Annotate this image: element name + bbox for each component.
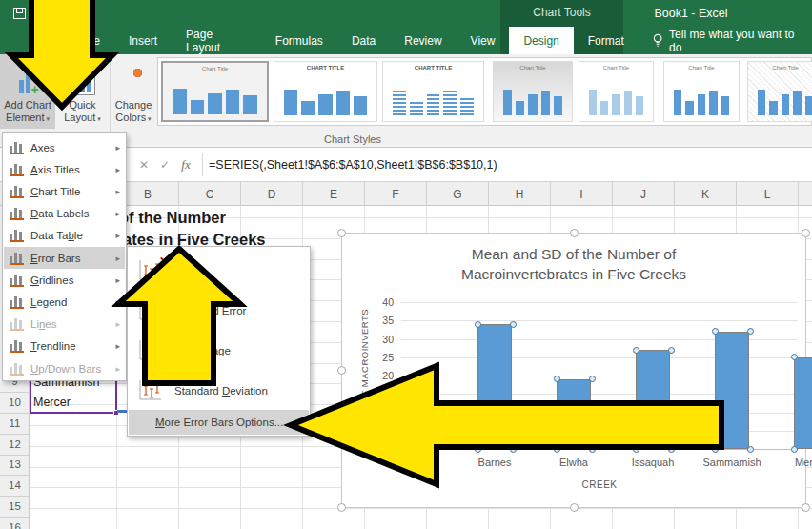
- tab-page-layout[interactable]: Page Layout: [172, 27, 261, 54]
- row-header-11[interactable]: 11: [0, 414, 30, 435]
- series-selection-handle[interactable]: [475, 321, 481, 328]
- column-header-d[interactable]: D: [241, 182, 303, 206]
- chart-resize-handle[interactable]: [337, 366, 346, 375]
- chart-title[interactable]: Mean and SD of the Number of Macroinvert…: [342, 245, 805, 285]
- chart-resize-handle[interactable]: [802, 503, 810, 512]
- row-header-13[interactable]: 13: [0, 455, 30, 476]
- tab-format[interactable]: Format: [574, 27, 639, 54]
- column-header-f[interactable]: F: [365, 182, 427, 206]
- chart-style-thumbnail-5[interactable]: Chart Title: [579, 61, 654, 122]
- series-selection-handle[interactable]: [475, 446, 481, 453]
- menu-item-trendline[interactable]: Trendline: [4, 336, 125, 357]
- chart-style-thumbnail-4[interactable]: Chart Title: [493, 61, 573, 122]
- chart-resize-handle[interactable]: [337, 503, 346, 512]
- y-axis-tick: 40: [369, 296, 394, 308]
- tab-review[interactable]: Review: [390, 27, 456, 54]
- more-error-bars-options[interactable]: More Error Bars Options...: [129, 410, 309, 435]
- color-dot: [133, 69, 142, 77]
- menu-item-chart-title[interactable]: Chart Title: [4, 180, 125, 202]
- cancel-icon[interactable]: ✕: [133, 158, 154, 172]
- tab-view[interactable]: View: [457, 27, 510, 54]
- quick-layout-button[interactable]: Quick Layout: [56, 54, 109, 129]
- menu-item-gridlines[interactable]: Gridlines: [4, 269, 125, 291]
- add-chart-element-button[interactable]: + Add Chart Element: [0, 54, 55, 129]
- change-colors-button[interactable]: Change Colors: [112, 54, 155, 129]
- series-selection-handle[interactable]: [510, 321, 517, 328]
- tab-data[interactable]: Data: [337, 27, 390, 54]
- row-header-16[interactable]: 16: [0, 518, 30, 529]
- series-selection-handle[interactable]: [668, 347, 675, 354]
- menu-item-data-table[interactable]: Data Table: [4, 225, 125, 247]
- series-selection-handle[interactable]: [554, 376, 560, 382]
- bar-issaquah[interactable]: [636, 350, 670, 449]
- undo-button[interactable]: ↶▾: [35, 5, 50, 22]
- menu-item-data-labels[interactable]: Data Labels: [4, 203, 125, 225]
- submenu-item-none[interactable]: ✕ None: [129, 251, 309, 291]
- tab-formulas[interactable]: Formulas: [261, 27, 337, 54]
- row-header-12[interactable]: 12: [0, 435, 30, 456]
- save-icon[interactable]: [13, 8, 26, 19]
- series-selection-handle[interactable]: [633, 446, 639, 453]
- column-header-k[interactable]: K: [675, 182, 737, 206]
- column-header-i[interactable]: I: [551, 182, 613, 206]
- insert-function-icon[interactable]: fx: [175, 157, 196, 173]
- redo-button[interactable]: ↻: [59, 8, 70, 20]
- data-labels-icon: [10, 207, 24, 220]
- series-selection-handle[interactable]: [589, 446, 596, 453]
- tab-home[interactable]: Home: [55, 27, 114, 54]
- plot-area[interactable]: [401, 302, 798, 449]
- bar-mercer[interactable]: [794, 357, 812, 449]
- chart-style-thumbnail-7[interactable]: Chart Title: [747, 61, 812, 122]
- menu-item-axis-titles[interactable]: Axis Titles: [4, 158, 125, 180]
- row-header-10[interactable]: 10: [0, 393, 30, 414]
- tell-me-box[interactable]: Tell me what you want to do: [642, 27, 812, 54]
- formula-input[interactable]: =SERIES(,Sheet1!$A$6:$A$10,Sheet1!$B$6:$…: [209, 158, 497, 172]
- x-axis-label-elwha: Elwha: [531, 457, 617, 468]
- column-header-h[interactable]: H: [489, 182, 551, 206]
- bar-elwha[interactable]: [557, 379, 591, 449]
- tab-insert[interactable]: Insert: [114, 27, 172, 54]
- series-selection-handle[interactable]: [791, 354, 798, 360]
- column-header-j[interactable]: J: [613, 182, 675, 206]
- bar-barnes[interactable]: [477, 324, 512, 449]
- series-selection-handle[interactable]: [747, 446, 754, 453]
- submenu-item-percentage[interactable]: 5% Percentage: [129, 331, 309, 371]
- column-header-c[interactable]: C: [179, 182, 241, 206]
- submenu-item-standard-deviation[interactable]: σ Standard Deviation: [129, 371, 309, 411]
- series-selection-handle[interactable]: [633, 347, 639, 354]
- trendline-icon: [10, 339, 24, 353]
- chart-style-thumbnail-6[interactable]: Chart Title: [663, 61, 740, 122]
- chart-resize-handle[interactable]: [570, 229, 579, 237]
- chart-style-thumbnail-2[interactable]: Chart Title: [274, 61, 377, 122]
- menu-item-axes[interactable]: Axes: [4, 136, 125, 158]
- series-selection-handle[interactable]: [712, 446, 719, 453]
- customize-qat-button[interactable]: ▾: [79, 9, 83, 19]
- series-selection-handle[interactable]: [668, 446, 675, 453]
- chart-resize-handle[interactable]: [337, 229, 346, 237]
- series-selection-handle[interactable]: [510, 446, 517, 453]
- row-header-14[interactable]: 14: [0, 476, 30, 497]
- column-header-e[interactable]: E: [303, 182, 365, 206]
- submenu-item-standard-error[interactable]: Standard Error: [129, 291, 309, 331]
- chart-style-thumbnail-1[interactable]: Chart Title: [161, 61, 269, 122]
- y-axis-tick: 35: [369, 315, 394, 326]
- chart-resize-handle[interactable]: [570, 503, 579, 512]
- x-axis-title[interactable]: CREEK: [401, 479, 798, 490]
- chart-style-thumbnail-3[interactable]: Chart Title: [382, 61, 484, 122]
- menu-item-legend[interactable]: Legend: [4, 291, 125, 313]
- column-header-l[interactable]: L: [737, 182, 799, 206]
- chart[interactable]: Mean and SD of the Number of Macroinvert…: [341, 233, 806, 508]
- error-bars-submenu: ✕ None Standard Error 5% Percentage σ St…: [127, 246, 311, 437]
- column-header-g[interactable]: G: [427, 182, 489, 206]
- row-header-15[interactable]: 15: [0, 497, 30, 518]
- series-selection-handle[interactable]: [712, 328, 719, 335]
- series-selection-handle[interactable]: [554, 446, 560, 453]
- enter-icon[interactable]: ✓: [154, 158, 175, 172]
- bar-sammamish[interactable]: [715, 332, 749, 449]
- series-selection-handle[interactable]: [589, 376, 596, 382]
- menu-item-error-bars[interactable]: Error Bars: [4, 247, 125, 269]
- series-selection-handle[interactable]: [791, 446, 798, 453]
- tab-design[interactable]: Design: [509, 27, 573, 54]
- chart-resize-handle[interactable]: [802, 229, 810, 237]
- series-selection-handle[interactable]: [747, 328, 754, 335]
